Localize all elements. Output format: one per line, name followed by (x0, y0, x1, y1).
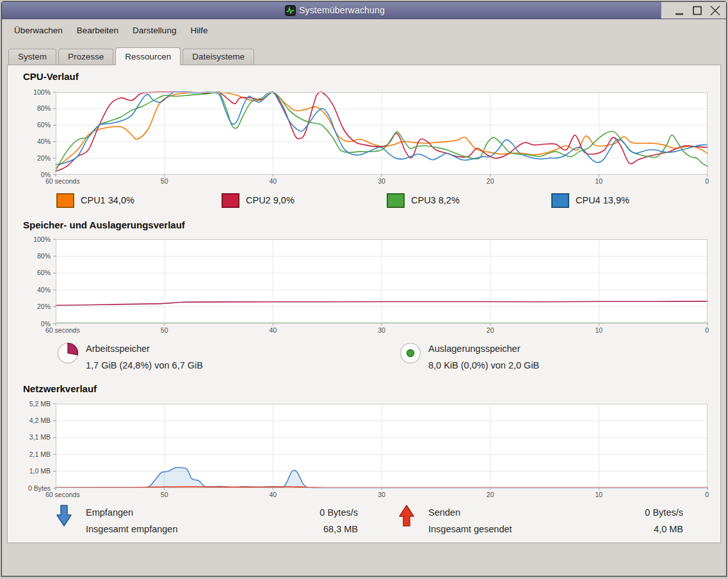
svg-text:20: 20 (487, 491, 494, 498)
cpu1-value: 34,0% (108, 195, 134, 205)
window-controls (661, 2, 726, 19)
memory-value: 1,7 GiB (24,8%) von 6,7 GiB (86, 357, 203, 374)
svg-text:80%: 80% (37, 104, 51, 112)
received-total-label: Insgesamt empfangen (86, 521, 312, 537)
sent-total: 4,0 MB (645, 521, 683, 537)
close-icon (709, 4, 721, 16)
tabbar: System Prozesse Ressourcen Dateisysteme (8, 47, 726, 65)
svg-text:60 seconds: 60 seconds (45, 491, 80, 498)
cpu4-label: CPU4 (576, 195, 601, 205)
cpu-section-heading: CPU-Verlauf (23, 71, 79, 82)
cpu1-label: CPU1 (81, 195, 106, 205)
cpu4-value: 13,9% (603, 195, 629, 205)
cpu2-value: 9,0% (273, 195, 295, 205)
svg-text:1,0 MB: 1,0 MB (29, 467, 51, 475)
received-rate: 0 Bytes/s (320, 504, 358, 521)
svg-text:50: 50 (161, 326, 168, 334)
sent-rate: 0 Bytes/s (645, 504, 683, 521)
menu-hilfe[interactable]: Hilfe (183, 22, 214, 39)
cpu2-legend: CPU2 9,0% (222, 193, 295, 208)
svg-text:30: 30 (378, 491, 385, 498)
resources-panel: CPU-Verlauf 0%20%40%60%80%100%60 seconds… (7, 65, 721, 543)
cpu4-swatch (551, 193, 569, 208)
menubar: Überwachen Bearbeiten Darstellung Hilfe (2, 19, 726, 41)
svg-text:2,1 MB: 2,1 MB (29, 450, 51, 458)
svg-text:60 seconds: 60 seconds (45, 326, 80, 334)
svg-text:20: 20 (487, 326, 494, 334)
titlebar[interactable]: Systemüberwachung (2, 2, 726, 19)
minimize-icon (674, 4, 684, 16)
maximize-button[interactable] (690, 3, 704, 17)
memory-label: Arbeitsspeicher (86, 340, 203, 357)
svg-text:40%: 40% (37, 286, 51, 294)
window-title: Systemüberwachung (299, 5, 385, 15)
maximize-icon (692, 4, 702, 16)
svg-text:10: 10 (595, 177, 603, 185)
sent-label: Senden (428, 504, 637, 521)
svg-text:100%: 100% (33, 235, 51, 243)
cpu-history-chart: 0%20%40%60%80%100%60 seconds50403020100 (8, 87, 711, 191)
svg-text:60 seconds: 60 seconds (45, 177, 80, 185)
svg-text:50: 50 (161, 491, 168, 498)
cpu2-swatch (222, 193, 239, 208)
cpu2-label: CPU2 (246, 195, 271, 205)
svg-text:5,2 MB: 5,2 MB (29, 400, 51, 408)
cpu3-legend: CPU3 8,2% (387, 193, 460, 208)
swap-label: Auslagerungsspeicher (428, 340, 539, 357)
received-label: Empfangen (86, 504, 312, 521)
cpu3-swatch (387, 193, 405, 208)
svg-text:0: 0 (705, 177, 709, 185)
menu-darstellung[interactable]: Darstellung (125, 22, 183, 39)
up-arrow-icon (399, 505, 414, 527)
tab-system[interactable]: System (8, 49, 56, 65)
window: Systemüberwachung Überwachen (1, 1, 727, 576)
network-section-heading: Netzwerkverlauf (23, 383, 97, 394)
svg-text:20%: 20% (37, 303, 51, 310)
title-center: Systemüberwachung (2, 2, 668, 19)
svg-text:40: 40 (269, 491, 277, 498)
svg-text:0: 0 (705, 491, 709, 498)
svg-text:50: 50 (161, 177, 168, 185)
cpu4-legend: CPU4 13,9% (551, 193, 629, 208)
svg-text:30: 30 (378, 177, 385, 185)
svg-text:10: 10 (595, 326, 603, 334)
svg-text:40%: 40% (37, 138, 51, 145)
swap-value: 8,0 KiB (0,0%) von 2,0 GiB (428, 357, 539, 374)
svg-text:60%: 60% (37, 121, 51, 129)
dot-circle-icon (399, 342, 422, 365)
cpu3-label: CPU3 (411, 195, 436, 205)
network-received-legend: Empfangen 0 Bytes/s Insgesamt empfangen … (56, 504, 358, 537)
svg-text:0: 0 (705, 326, 709, 334)
system-monitor-icon (285, 5, 296, 16)
menu-ueberwachen[interactable]: Überwachen (7, 22, 70, 39)
svg-text:60%: 60% (37, 269, 51, 276)
svg-text:20%: 20% (37, 154, 51, 162)
network-sent-legend: Senden 0 Bytes/s Insgesamt gesendet 4,0 … (399, 504, 683, 537)
memory-history-chart: 0%20%40%60%80%100%60 seconds50403020100 (8, 234, 711, 340)
svg-text:3,1 MB: 3,1 MB (29, 433, 51, 441)
received-total: 68,3 MB (320, 521, 358, 537)
svg-text:100%: 100% (33, 88, 51, 96)
svg-text:80%: 80% (37, 252, 51, 260)
svg-text:4,2 MB: 4,2 MB (29, 416, 51, 424)
svg-text:30: 30 (378, 326, 385, 334)
network-history-chart: 0 Bytes1,0 MB2,1 MB3,1 MB4,2 MB5,2 MB60 … (8, 399, 711, 505)
pie-quarter-icon (56, 342, 79, 365)
svg-text:40: 40 (269, 326, 277, 334)
close-button[interactable] (708, 3, 722, 17)
menu-bearbeiten[interactable]: Bearbeiten (70, 22, 125, 39)
swap-legend-item: Auslagerungsspeicher 8,0 KiB (0,0%) von … (399, 340, 539, 371)
tab-ressourcen[interactable]: Ressourcen (115, 47, 181, 65)
sent-total-label: Insgesamt gesendet (428, 521, 637, 537)
down-arrow-icon (56, 505, 72, 527)
tab-dateisysteme[interactable]: Dateisysteme (182, 49, 254, 65)
cpu1-swatch (56, 193, 74, 208)
svg-text:10: 10 (595, 491, 603, 498)
svg-text:40: 40 (269, 177, 277, 185)
minimize-button[interactable] (672, 3, 686, 17)
svg-text:20: 20 (487, 177, 494, 185)
cpu3-value: 8,2% (439, 195, 460, 205)
memory-section-heading: Speicher- und Auslagerungsverlauf (23, 219, 185, 230)
memory-legend-item: Arbeitsspeicher 1,7 GiB (24,8%) von 6,7 … (56, 340, 203, 371)
tab-prozesse[interactable]: Prozesse (58, 49, 113, 65)
